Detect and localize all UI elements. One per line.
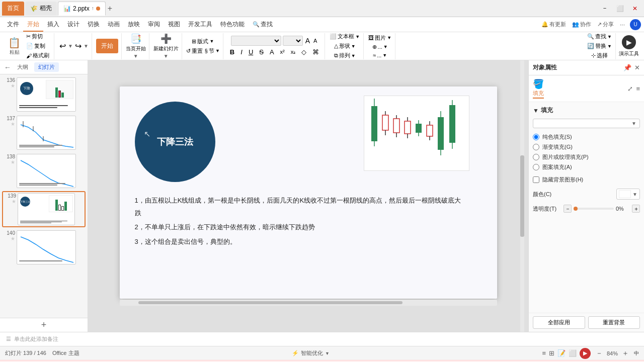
ribbon-tab-design[interactable]: 设计 xyxy=(63,18,84,31)
solid-fill-option[interactable]: 纯色填充(S) xyxy=(533,133,640,141)
start-presentation-button[interactable]: 开始 xyxy=(96,39,118,53)
ribbon-tab-animation[interactable]: 动画 xyxy=(104,18,124,31)
home-tab[interactable]: 首页 xyxy=(2,2,24,16)
undo-button[interactable]: ↩ xyxy=(58,40,67,52)
section-button[interactable]: §节▼ xyxy=(205,47,220,55)
notes-placeholder[interactable]: 单击此处添加备注 xyxy=(14,335,58,343)
right-panel-tools[interactable]: ⤢ ≡ xyxy=(627,85,640,93)
more-actions[interactable]: ··· xyxy=(617,21,628,28)
expand-icon[interactable]: ⤢ xyxy=(627,85,633,93)
fill-type-dropdown[interactable]: ▼ xyxy=(533,119,640,128)
picture-fill-option[interactable]: 图片或纹理填充(P) xyxy=(533,153,640,161)
slide-item-140[interactable]: 140 ★ xyxy=(2,229,86,265)
view-slide-btn[interactable]: ⊞ xyxy=(549,349,554,357)
arrange-button[interactable]: ⧉排列▼ xyxy=(333,51,357,60)
reset-bg-button[interactable]: 重置背景 xyxy=(588,316,640,329)
ribbon-tab-find[interactable]: 🔍 查找 xyxy=(249,18,277,31)
layout-button[interactable]: ⊞版式▼ xyxy=(192,38,214,45)
play-btn[interactable]: ▶ xyxy=(580,348,591,359)
slide-thumb-140[interactable] xyxy=(17,230,76,264)
shadow-button[interactable]: ◇ xyxy=(299,47,309,57)
view-presenter-btn[interactable]: ⬜ xyxy=(569,349,577,357)
ribbon-tab-slideshow[interactable]: 放映 xyxy=(124,18,144,31)
font-color-button[interactable]: A xyxy=(267,47,277,57)
slide-thumb-138[interactable] xyxy=(17,154,76,188)
opacity-decrease-btn[interactable]: － xyxy=(564,205,572,213)
vertical-scrollbar[interactable] xyxy=(520,60,524,332)
add-slide-button[interactable]: + xyxy=(0,318,88,332)
slide-thumb-139[interactable]: 下降三法 xyxy=(18,193,75,225)
paste-button[interactable]: 📋 粘贴 xyxy=(6,36,23,57)
ribbon-tab-start[interactable]: 开始 xyxy=(23,18,43,32)
hide-bg-checkbox[interactable]: 隐藏背景图形(H) xyxy=(533,176,640,184)
reset-button[interactable]: ↺重置 xyxy=(186,47,203,55)
candlestick-chart[interactable] xyxy=(364,96,469,171)
italic-button[interactable]: I xyxy=(238,47,245,57)
add-tab-button[interactable]: + xyxy=(108,4,112,13)
gradient-fill-option[interactable]: 渐变填充(G) xyxy=(533,143,640,151)
select-button[interactable]: ⊹选择 xyxy=(590,51,609,60)
format-painter-button[interactable]: 🖌 格式刷 xyxy=(25,51,51,60)
undo-dropdown[interactable]: ▼ xyxy=(68,43,73,49)
pattern-fill-option[interactable]: 图案填充(A) xyxy=(533,163,640,171)
image-button[interactable]: 🖼图片▼ xyxy=(367,34,393,42)
find-replace-button[interactable]: 🔍查找▼ xyxy=(586,32,613,41)
slide-view-btn[interactable]: 幻灯片 xyxy=(34,62,59,72)
ribbon-tab-devtools[interactable]: 开发工具 xyxy=(184,18,216,31)
redo-button[interactable]: ↪ xyxy=(74,40,83,52)
slide-thumb-136[interactable]: 下降 xyxy=(17,77,76,112)
slide-item-138[interactable]: 138 ★ xyxy=(2,153,86,189)
ribbon-tab-review[interactable]: 审阅 xyxy=(144,18,164,31)
superscript-button[interactable]: x² xyxy=(278,48,287,56)
new-slide-button[interactable]: 📑 当页开始 ▼ xyxy=(126,33,146,59)
window-close[interactable]: ✕ xyxy=(628,4,642,14)
opacity-increase-btn[interactable]: ＋ xyxy=(632,205,640,213)
outline-view-btn[interactable]: 大纲 xyxy=(13,62,32,72)
horizontal-scrollbar[interactable] xyxy=(120,300,497,306)
file-tab[interactable]: 📊 2.pptx ↑ xyxy=(58,2,106,16)
style-button[interactable]: ≈...▼ xyxy=(371,52,388,59)
shape-button[interactable]: △形状▼ xyxy=(333,42,357,50)
slide-item-137[interactable]: 137 ★ xyxy=(2,115,86,151)
insert-slide-button[interactable]: ➕ 新建幻灯片 ▼ xyxy=(153,33,179,59)
decrease-font-btn[interactable]: A xyxy=(312,37,318,44)
collab-action[interactable]: 👥 协作 xyxy=(569,21,594,28)
shell-tab[interactable]: 🌾 稻壳 xyxy=(25,2,57,16)
ribbon-tab-view[interactable]: 视图 xyxy=(164,18,184,31)
zoom-in-btn[interactable]: ＋ xyxy=(622,349,629,358)
color-picker[interactable]: ▼ xyxy=(616,189,640,200)
underline-button[interactable]: U xyxy=(246,47,256,57)
smart-optimize-label[interactable]: 智能优化 xyxy=(301,349,323,357)
more-icon[interactable]: ≡ xyxy=(636,85,640,93)
ribbon-tab-file[interactable]: 文件 xyxy=(3,18,23,31)
fill-tab-icon[interactable]: 🪣 填充 xyxy=(533,78,544,99)
update-action[interactable]: 🔔 有更新 xyxy=(538,21,569,28)
cut-button[interactable]: ✂ 剪切 xyxy=(25,32,51,41)
slide-item-136[interactable]: 136 ★ 下降 xyxy=(2,76,86,113)
fill-section-header[interactable]: ▼ 填充 xyxy=(533,106,640,115)
bold-button[interactable]: B xyxy=(227,47,237,57)
dark-circle[interactable]: 下降三法 ↖ xyxy=(135,102,215,182)
ribbon-tab-transition[interactable]: 切换 xyxy=(84,18,104,31)
increase-font-btn[interactable]: A xyxy=(304,36,311,45)
replace-button[interactable]: 🔄替换▼ xyxy=(586,42,613,50)
slide-thumb-137[interactable] xyxy=(17,116,76,150)
view-outline-btn[interactable]: ≡ xyxy=(542,349,546,357)
slide-canvas[interactable]: 下降三法 ↖ xyxy=(120,86,497,299)
subscript-button[interactable]: x₂ xyxy=(288,48,298,56)
strikethrough-button[interactable]: S xyxy=(257,47,266,57)
effects-button[interactable]: ⌘ xyxy=(310,47,321,57)
panel-close-icon[interactable]: ✕ xyxy=(634,64,640,71)
window-maximize[interactable]: ⬜ xyxy=(613,4,627,14)
left-arrow-icon[interactable]: ← xyxy=(4,63,11,71)
textbox-button[interactable]: ⬜文本框▼ xyxy=(328,32,361,41)
smartart-button[interactable]: ⊕...▼ xyxy=(371,43,389,51)
share-action[interactable]: ↗ 分享 xyxy=(594,21,617,28)
zoom-out-btn[interactable]: － xyxy=(596,349,603,358)
redo-dropdown[interactable]: ▼ xyxy=(84,43,89,49)
slideshow-button[interactable]: ▶ 演示工具 xyxy=(619,35,639,57)
copy-button[interactable]: 📄 复制 xyxy=(25,42,51,50)
opacity-slider[interactable] xyxy=(574,208,614,210)
font-family-select[interactable] xyxy=(231,36,281,46)
ribbon-tab-special[interactable]: 特色功能 xyxy=(216,18,249,31)
